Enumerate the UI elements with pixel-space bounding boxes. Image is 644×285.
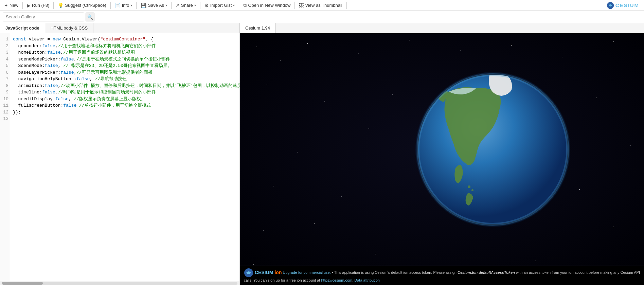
cesium-link[interactable]: https://cesium.com <box>321 278 352 282</box>
svg-point-14 <box>596 97 597 98</box>
svg-point-26 <box>314 223 315 224</box>
new-button[interactable]: ✦ New <box>1 2 21 9</box>
saveas-label: Save As <box>148 3 164 8</box>
svg-point-21 <box>273 186 274 186</box>
svg-point-20 <box>630 145 631 146</box>
share-icon: ↗ <box>176 3 180 8</box>
svg-point-1 <box>256 47 257 47</box>
search-button[interactable]: 🔍 <box>86 13 94 21</box>
info-icon: 📄 <box>115 3 121 8</box>
separator-6 <box>200 2 200 9</box>
new-label: New <box>10 3 18 8</box>
thumbnail-button[interactable]: 🖼 View as Thumbnail <box>296 2 345 9</box>
svg-point-7 <box>511 45 512 46</box>
code-content[interactable]: const viewer = new Cesium.Viewer("cesium… <box>10 33 239 281</box>
cesium-logo: CESIUM <box>603 2 643 9</box>
viewer-panel: Cesium 1.94 <box>240 23 644 285</box>
separator-7 <box>239 2 239 9</box>
data-attribution-link[interactable]: Data attribution <box>354 278 380 282</box>
cesium-info-bar: CESIUM ion Upgrade for commercial use. •… <box>240 266 644 285</box>
line-numbers: 1 2 3 4 5 6 7 8 9 10 11 12 13 <box>0 33 10 281</box>
info-code: Cesium.Ion.defaultAccessToken <box>458 270 515 274</box>
info-body-text: • This application is using Cesium's def… <box>332 270 458 274</box>
cesium-logo-icon <box>607 2 614 9</box>
cesium-ion-logo: CESIUM ion <box>244 268 282 278</box>
info-caret: ▾ <box>130 3 132 7</box>
cesium-ion-text: CESIUM <box>255 269 273 276</box>
ion-logo-svg <box>244 268 253 278</box>
suggest-button[interactable]: 💡 Suggest (Ctrl-Space) <box>55 2 109 9</box>
saveas-caret: ▾ <box>165 3 167 7</box>
svg-point-29 <box>253 264 254 265</box>
svg-point-22 <box>341 196 342 197</box>
svg-point-9 <box>613 41 614 42</box>
svg-point-8 <box>562 57 562 57</box>
thumbnail-label: View as Thumbnail <box>305 3 342 8</box>
saveas-button[interactable]: 💾 Save As ▾ <box>138 2 170 9</box>
scrollbar-thumb[interactable] <box>2 282 43 285</box>
viewer-tab-label: Cesium 1.94 <box>245 25 270 31</box>
saveas-icon: 💾 <box>141 3 146 8</box>
separator-5 <box>171 2 172 9</box>
svg-point-5 <box>409 40 410 40</box>
svg-point-6 <box>460 50 461 51</box>
openwindow-button[interactable]: ⧉ Open in New Window <box>240 1 293 9</box>
openwindow-icon: ⧉ <box>243 2 247 8</box>
svg-point-10 <box>267 84 267 85</box>
tab-javascript[interactable]: JavaScript code <box>0 23 45 33</box>
share-button[interactable]: ↗ Share ▾ <box>173 2 199 9</box>
svg-point-25 <box>263 230 264 231</box>
new-icon: ✦ <box>4 3 8 8</box>
import-label: Import Gist <box>210 3 232 8</box>
main-content: JavaScript code HTML body & CSS 1 2 3 4 … <box>0 23 644 285</box>
tab-html-label: HTML body & CSS <box>51 25 88 31</box>
import-button[interactable]: ⚙ Import Gist ▾ <box>202 2 238 9</box>
svg-point-15 <box>250 135 250 136</box>
earth-globe <box>408 65 578 234</box>
run-label: Run (F8) <box>32 3 49 8</box>
svg-point-16 <box>297 152 298 152</box>
globe-container <box>240 33 644 266</box>
upgrade-link[interactable]: Upgrade for commercial use. <box>283 270 331 274</box>
openwindow-label: Open in New Window <box>248 3 290 8</box>
import-caret: ▾ <box>233 3 235 7</box>
svg-point-28 <box>613 227 614 227</box>
toolbar: ✦ New ▶ Run (F8) 💡 Suggest (Ctrl-Space) … <box>0 0 644 11</box>
cesium-brand-text: CESIUM <box>615 2 639 8</box>
tab-js-label: JavaScript code <box>5 25 39 31</box>
svg-point-30 <box>375 254 376 254</box>
suggest-label: Suggest (Ctrl-Space) <box>65 3 106 8</box>
scrollbar-track <box>2 282 237 285</box>
search-bar: 🔍 <box>0 11 644 23</box>
share-caret: ▾ <box>194 3 196 7</box>
ion-text: ion <box>274 269 282 276</box>
separator-9 <box>346 2 347 9</box>
separator-4 <box>136 2 137 9</box>
horizontal-scrollbar[interactable] <box>0 281 239 285</box>
svg-point-36 <box>468 185 470 188</box>
separator-1 <box>22 2 23 9</box>
editor-tabs: JavaScript code HTML body & CSS <box>0 23 239 33</box>
svg-point-17 <box>369 128 369 129</box>
info-button[interactable]: 📄 Info ▾ <box>112 2 135 9</box>
code-area[interactable]: 1 2 3 4 5 6 7 8 9 10 11 12 13 const view… <box>0 33 239 281</box>
suggest-icon: 💡 <box>58 3 64 8</box>
svg-point-24 <box>579 189 580 190</box>
svg-point-11 <box>324 101 325 102</box>
viewer-tab-bar: Cesium 1.94 <box>240 23 644 33</box>
svg-point-4 <box>358 53 359 54</box>
viewer-tab[interactable]: Cesium 1.94 <box>240 23 276 33</box>
editor-panel: JavaScript code HTML body & CSS 1 2 3 4 … <box>0 23 240 285</box>
svg-point-37 <box>471 189 473 191</box>
info-label: Info <box>122 3 129 8</box>
separator-2 <box>53 2 54 9</box>
separator-8 <box>294 2 295 9</box>
svg-point-2 <box>280 60 281 61</box>
svg-point-12 <box>392 94 393 94</box>
tab-html[interactable]: HTML body & CSS <box>45 23 93 33</box>
share-label: Share <box>181 3 193 8</box>
run-button[interactable]: ▶ Run (F8) <box>24 2 52 9</box>
run-icon: ▶ <box>27 3 31 8</box>
search-input[interactable] <box>3 13 84 21</box>
svg-point-3 <box>307 43 308 44</box>
